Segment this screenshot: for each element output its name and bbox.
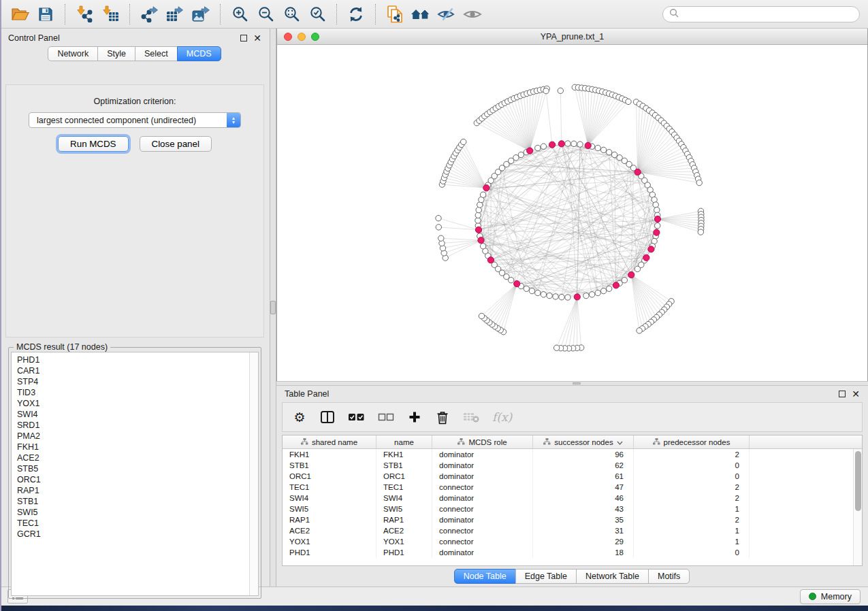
mcds-result-scrollbar[interactable] bbox=[249, 352, 258, 595]
table-tab-edge-table[interactable]: Edge Table bbox=[515, 569, 577, 584]
column-header-shared[interactable]: shared name bbox=[283, 435, 376, 448]
open-file-button[interactable] bbox=[7, 3, 33, 25]
close-panel-button[interactable]: ✕ bbox=[253, 34, 261, 42]
network-titlebar[interactable]: YPA_prune.txt_1 bbox=[277, 29, 867, 45]
create-column-button[interactable] bbox=[407, 411, 422, 423]
tab-select[interactable]: Select bbox=[135, 46, 178, 61]
horizontal-splitter[interactable] bbox=[276, 381, 868, 386]
tab-mcds[interactable]: MCDS bbox=[177, 46, 221, 61]
main-toolbar bbox=[0, 0, 868, 29]
table-row[interactable]: YOX1YOX1connector291 bbox=[283, 536, 862, 547]
close-panel-action-button[interactable]: Close panel bbox=[140, 136, 212, 152]
mcds-result-item[interactable]: RAP1 bbox=[17, 485, 244, 496]
table-scrollbar[interactable] bbox=[853, 449, 862, 565]
table-row[interactable]: FKH1FKH1dominator962 bbox=[283, 449, 862, 460]
close-window-icon[interactable] bbox=[284, 33, 292, 41]
mcds-result-item[interactable]: SWI5 bbox=[17, 507, 244, 518]
toolbar-separator bbox=[336, 4, 337, 24]
mcds-result-item[interactable]: STP4 bbox=[17, 376, 244, 387]
mcds-result-item[interactable]: ORC1 bbox=[17, 474, 244, 485]
table-row[interactable]: ACE2ACE2connector311 bbox=[283, 525, 862, 536]
cell-shared: YOX1 bbox=[283, 536, 376, 547]
mcds-result-item[interactable]: STB1 bbox=[17, 496, 244, 507]
cell-succ: 96 bbox=[533, 449, 634, 460]
export-table-button[interactable] bbox=[162, 3, 188, 25]
tab-network[interactable]: Network bbox=[48, 46, 98, 61]
mcds-result-item[interactable]: SRD1 bbox=[17, 420, 244, 431]
table-row[interactable]: SWI4SWI4dominator462 bbox=[283, 493, 862, 503]
duplicate-network-button[interactable] bbox=[382, 3, 408, 25]
cell-pred: 2 bbox=[634, 449, 750, 460]
close-table-panel-button[interactable]: ✕ bbox=[852, 390, 860, 398]
tab-style[interactable]: Style bbox=[97, 46, 135, 61]
cell-pred: 1 bbox=[634, 503, 750, 514]
table-tab-motifs[interactable]: Motifs bbox=[648, 569, 690, 584]
cell-shared: SWI5 bbox=[283, 503, 376, 514]
import-table-button[interactable] bbox=[97, 3, 123, 25]
search-input[interactable] bbox=[683, 9, 853, 20]
search-box[interactable] bbox=[662, 6, 860, 22]
table-row[interactable]: STB1STB1dominator620 bbox=[283, 460, 862, 471]
delete-column-button[interactable] bbox=[435, 410, 450, 425]
mcds-result-item[interactable]: ACE2 bbox=[17, 452, 244, 463]
vertical-splitter[interactable] bbox=[270, 29, 276, 587]
network-graph[interactable] bbox=[277, 45, 867, 380]
sort-chevron-icon bbox=[617, 438, 623, 446]
network-column-icon bbox=[457, 438, 465, 446]
column-header-pred[interactable]: predecessor nodes bbox=[634, 435, 750, 448]
network-window: YPA_prune.txt_1 bbox=[276, 29, 868, 381]
save-session-button[interactable] bbox=[33, 3, 59, 25]
memory-button[interactable]: Memory bbox=[800, 589, 861, 604]
mcds-result-item[interactable]: TID3 bbox=[17, 387, 244, 398]
maximize-window-icon[interactable] bbox=[311, 33, 319, 41]
vertical-splitter-grip[interactable] bbox=[270, 301, 276, 314]
deselect-all-rows-button[interactable] bbox=[378, 412, 394, 422]
table-tab-network-table[interactable]: Network Table bbox=[576, 569, 649, 584]
mcds-result-item[interactable]: SWI4 bbox=[17, 409, 244, 420]
mcds-result-item[interactable]: TEC1 bbox=[17, 518, 244, 529]
cell-name: ORC1 bbox=[376, 471, 432, 482]
zoom-selected-button[interactable] bbox=[304, 3, 330, 25]
refresh-layout-button[interactable] bbox=[343, 3, 369, 25]
table-settings-button[interactable]: ⚙ bbox=[292, 411, 307, 424]
table-row[interactable]: PHD1PHD1dominator180 bbox=[283, 547, 862, 558]
table-scrollbar-thumb[interactable] bbox=[855, 451, 861, 511]
mcds-result-item[interactable]: STB5 bbox=[17, 463, 244, 474]
mcds-result-item[interactable]: CAR1 bbox=[17, 365, 244, 376]
column-header-role[interactable]: MCDS role bbox=[432, 435, 533, 448]
select-all-rows-button[interactable] bbox=[348, 412, 365, 422]
column-header-succ[interactable]: successor nodes bbox=[533, 435, 634, 448]
mcds-result-item[interactable]: FKH1 bbox=[17, 442, 244, 452]
column-header-name[interactable]: name bbox=[376, 435, 432, 448]
mcds-result-item[interactable]: YOX1 bbox=[17, 398, 244, 409]
mcds-result-item[interactable]: PMA2 bbox=[17, 431, 244, 442]
cell-shared: FKH1 bbox=[283, 449, 376, 460]
mcds-result-item[interactable]: PHD1 bbox=[17, 354, 244, 365]
criterion-dropdown[interactable]: largest connected component (undirected)… bbox=[29, 112, 241, 128]
show-all-button[interactable] bbox=[460, 3, 485, 25]
import-network-button[interactable] bbox=[71, 3, 97, 25]
table-row[interactable]: TEC1TEC1connector472 bbox=[283, 482, 862, 493]
horizontal-splitter-grip[interactable] bbox=[573, 382, 581, 384]
float-table-panel-button[interactable] bbox=[839, 391, 846, 397]
toggle-columns-button[interactable] bbox=[320, 410, 335, 424]
cell-name: SWI5 bbox=[376, 503, 432, 514]
network-canvas[interactable] bbox=[277, 45, 867, 381]
export-network-button[interactable] bbox=[136, 3, 162, 25]
mcds-result-item[interactable]: GCR1 bbox=[17, 529, 244, 540]
table-body: FKH1FKH1dominator962STB1STB1dominator620… bbox=[283, 449, 862, 558]
zoom-in-button[interactable] bbox=[227, 3, 253, 25]
zoom-fit-button[interactable] bbox=[278, 3, 304, 25]
export-image-button[interactable] bbox=[188, 3, 214, 25]
table-row[interactable]: RAP1RAP1dominator352 bbox=[283, 514, 862, 525]
zoom-out-button[interactable] bbox=[253, 3, 278, 25]
minimize-window-icon[interactable] bbox=[298, 33, 306, 41]
run-mcds-button[interactable]: Run MCDS bbox=[58, 136, 128, 152]
hide-selected-button[interactable] bbox=[434, 3, 460, 25]
float-panel-button[interactable] bbox=[240, 35, 247, 42]
table-tab-node-table[interactable]: Node Table bbox=[454, 569, 516, 584]
table-row[interactable]: ORC1ORC1dominator610 bbox=[283, 471, 862, 482]
mcds-result-list[interactable]: PHD1CAR1STP4TID3YOX1SWI4SRD1PMA2FKH1ACE2… bbox=[12, 352, 249, 595]
first-neighbors-button[interactable] bbox=[408, 3, 434, 25]
table-row[interactable]: SWI5SWI5connector431 bbox=[283, 503, 862, 514]
